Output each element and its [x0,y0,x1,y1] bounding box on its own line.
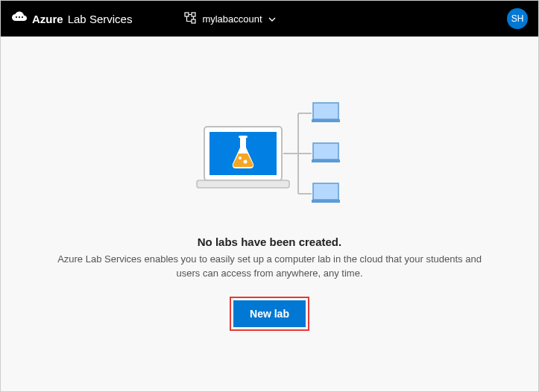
svg-point-1 [19,16,20,17]
svg-rect-16 [313,183,338,200]
svg-point-9 [239,157,242,159]
user-initials: SH [511,13,524,24]
empty-description: Azure Lab Services enables you to easily… [50,253,490,281]
svg-rect-8 [197,180,289,188]
user-avatar[interactable]: SH [507,8,528,29]
lab-account-name: mylabaccount [202,13,262,25]
svg-point-0 [16,16,17,17]
svg-rect-12 [313,103,338,119]
resource-icon [184,12,196,26]
monitor-icon [312,103,340,122]
svg-rect-5 [192,19,195,23]
empty-state: No labs have been created. Azure Lab Ser… [1,37,538,392]
svg-point-2 [22,16,23,17]
brand-name-light: Lab Services [68,13,133,25]
svg-rect-3 [185,13,189,16]
svg-rect-11 [239,136,248,138]
lab-account-selector[interactable]: mylabaccount [184,12,275,26]
brand-name-bold: Azure [32,13,63,25]
brand: Azure Lab Services [11,11,132,27]
app-header: Azure Lab Services mylabaccount SH [1,1,538,37]
svg-rect-15 [312,159,340,162]
new-lab-highlight: New lab [230,297,309,331]
new-lab-button[interactable]: New lab [233,300,306,327]
empty-illustration [188,91,352,210]
chevron-down-icon [268,14,276,23]
svg-rect-14 [313,143,338,159]
svg-rect-17 [312,200,340,203]
monitor-icon [312,183,340,203]
svg-point-10 [243,159,247,163]
azure-cloud-icon [11,11,28,27]
svg-rect-13 [312,119,340,122]
svg-rect-4 [192,13,195,16]
monitor-icon [312,143,340,162]
empty-title: No labs have been created. [198,235,341,248]
